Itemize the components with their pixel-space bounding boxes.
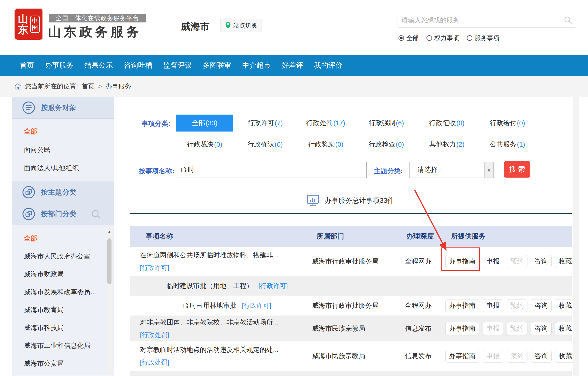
breadcrumb-separator: > <box>98 83 102 90</box>
service-button-办事指南[interactable]: 办事指南 <box>445 350 479 363</box>
header-search-box <box>398 13 576 28</box>
item-name-link[interactable]: 临时占用林地审批 <box>183 301 236 310</box>
site-switch-button[interactable]: 站点切换 <box>220 19 262 32</box>
item-category-tag[interactable]: [行政处罚] <box>140 331 169 339</box>
nav-item-中介超市[interactable]: 中介超市 <box>237 61 276 70</box>
department-item-威海市财政局[interactable]: 威海市财政局 <box>12 265 114 283</box>
category-行政给付[interactable]: 行政给付(0) <box>477 115 538 132</box>
category-count: (0) <box>517 119 525 127</box>
department-item-威海市工业和信息化局[interactable]: 威海市工业和信息化局 <box>12 337 114 355</box>
service-button-预约: 预约 <box>507 322 527 335</box>
service-button-咨询[interactable]: 咨询 <box>531 255 552 268</box>
category-全部[interactable]: 全部(33) <box>176 115 233 132</box>
department-item-威海市人民政府办公室[interactable]: 威海市人民政府办公室 <box>12 248 114 265</box>
service-button-办事指南[interactable]: 办事指南 <box>445 322 479 335</box>
category-label: 行政征收 <box>429 118 456 128</box>
department-item-威海市科技局[interactable]: 威海市科技局 <box>12 319 114 337</box>
category-label: 行政强制 <box>369 118 395 128</box>
item-service-buttons: 办事指南申报预约咨询收藏 <box>445 296 576 315</box>
sidebar-section-title: 按部门分类 <box>41 209 76 219</box>
service-button-办事指南[interactable]: 办事指南 <box>445 299 479 312</box>
search-icon[interactable] <box>564 16 572 24</box>
category-label: 行政处罚 <box>306 118 333 128</box>
item-category-tag[interactable]: [行政处罚] <box>140 358 169 367</box>
department-item-威海市教育局[interactable]: 威海市教育局 <box>12 301 114 319</box>
item-category-tag[interactable]: [行政许可] <box>140 263 169 272</box>
scrollbar-thumb[interactable] <box>107 238 111 284</box>
category-label: 行政检查 <box>369 140 395 149</box>
sidebar-item-面向法人/其他组织[interactable]: 面向法人/其他组织 <box>12 159 114 177</box>
item-category-tag[interactable]: [行政许可] <box>259 282 288 290</box>
table-row: 在街道两侧和公共场所临时堆放物料、搭建非...[行政许可]威海市行政审批服务局全… <box>130 247 572 276</box>
nav-item-我的评价[interactable]: 我的评价 <box>309 61 348 70</box>
sidebar-item-全部[interactable]: 全部 <box>12 122 114 141</box>
sidebar-item-面向公民[interactable]: 面向公民 <box>12 141 114 159</box>
nav-item-好差评[interactable]: 好差评 <box>276 61 309 70</box>
nav-item-办事服务[interactable]: 办事服务 <box>39 61 79 70</box>
department-item-威海市公安局[interactable]: 威海市公安局 <box>12 355 114 373</box>
department-item-威海市发展和改革委员...[interactable]: 威海市发展和改革委员... <box>12 283 114 301</box>
nav-item-多图联审[interactable]: 多图联审 <box>197 61 237 70</box>
department-item-全部[interactable]: 全部 <box>12 230 114 248</box>
item-depth: 信息发布 <box>405 341 432 371</box>
page-scrollbar[interactable] <box>573 97 579 376</box>
header-search-input[interactable] <box>402 17 564 24</box>
nav-item-咨询吐槽[interactable]: 咨询吐槽 <box>118 61 158 70</box>
nav-item-监督评议[interactable]: 监督评议 <box>158 61 197 70</box>
topic-select-value: --请选择-- <box>410 165 484 174</box>
category-count: (17) <box>333 119 345 127</box>
item-depth: 信息发布 <box>405 315 432 341</box>
sidebar-section-topic[interactable]: 按主题分类 <box>12 181 114 203</box>
search-scope-服务事项[interactable]: 服务事项 <box>467 34 500 42</box>
nav-item-结果公示[interactable]: 结果公示 <box>79 61 118 70</box>
category-count: (6) <box>396 119 404 127</box>
category-行政确认[interactable]: 行政确认(0) <box>235 136 295 153</box>
platform-tagline: 全国一体化在线政务服务平台 <box>49 14 146 22</box>
item-name-link[interactable]: 临时建设审批（用地、工程） <box>167 281 253 291</box>
category-行政征收[interactable]: 行政征收(0) <box>417 115 477 132</box>
breadcrumb-home-link[interactable]: 首页 <box>82 82 95 91</box>
category-其他权力[interactable]: 其他权力(2) <box>417 136 477 153</box>
service-button-申报[interactable]: 申报 <box>483 255 503 268</box>
china-shandong-seal-logo: 山东 中国 <box>15 9 43 40</box>
service-button-咨询[interactable]: 咨询 <box>531 299 552 312</box>
service-button-办事指南[interactable]: 办事指南 <box>445 255 479 268</box>
category-label: 行政给付 <box>490 118 516 128</box>
results-table: 事项名称 所属部门 办理深度 所提供服务 在街道两侧和公共场所临时堆放物料、搭建… <box>130 226 572 376</box>
service-button-咨询[interactable]: 咨询 <box>531 322 552 335</box>
search-submit-button[interactable]: 搜 索 <box>504 161 530 178</box>
department-scrollbar[interactable]: ▲ <box>107 228 112 373</box>
item-name-link[interactable]: 在街道两侧和公共场所临时堆放物料、搭建非... <box>140 251 314 260</box>
sidebar-section-department[interactable]: 按部门分类 <box>12 203 114 225</box>
search-scope-权力事项[interactable]: 权力事项 <box>426 34 459 42</box>
service-button-咨询[interactable]: 咨询 <box>531 350 552 363</box>
seal-left-text: 山东 <box>18 14 28 35</box>
department-search-icon[interactable] <box>91 209 101 220</box>
item-name-input[interactable] <box>177 162 367 178</box>
category-行政强制[interactable]: 行政强制(6) <box>356 115 417 132</box>
page: 山东 中国 全国一体化在线政务服务平台 山东政务服务 威海市 站点切换 全部权力… <box>0 0 588 376</box>
service-button-申报[interactable]: 申报 <box>483 299 503 312</box>
item-service-buttons: 办事指南申报预约咨询收藏 <box>445 341 576 371</box>
nav-item-首页[interactable]: 首页 <box>14 61 39 70</box>
service-button-预约: 预约 <box>507 255 527 268</box>
item-category-tag[interactable]: [行政许可] <box>242 301 271 310</box>
category-行政处罚[interactable]: 行政处罚(17) <box>295 115 356 132</box>
item-name-link[interactable]: 对宗教临时活动地点的活动违反相关规定的处... <box>140 345 314 355</box>
table-header: 事项名称 所属部门 办理深度 所提供服务 <box>130 226 572 247</box>
category-行政奖励[interactable]: 行政奖励(0) <box>295 136 356 153</box>
scroll-up-icon[interactable]: ▲ <box>107 228 112 235</box>
item-name-link[interactable]: 对非宗教团体、非宗教院校、非宗教活动场所... <box>140 318 314 327</box>
category-label: 行政许可 <box>248 118 274 128</box>
breadcrumb-current[interactable]: 办事服务 <box>106 82 131 91</box>
topic-select[interactable]: --请选择-- ∨ <box>409 162 494 178</box>
sidebar-section-service-target[interactable]: 按服务对象 <box>12 97 114 119</box>
category-行政检查[interactable]: 行政检查(0) <box>356 136 417 153</box>
location-pin-icon <box>225 22 231 29</box>
category-行政裁决[interactable]: 行政裁决(0) <box>174 136 235 153</box>
category-行政许可[interactable]: 行政许可(7) <box>235 115 295 132</box>
category-公共服务[interactable]: 公共服务(1) <box>477 136 538 153</box>
category-label: 全部 <box>192 118 205 128</box>
category-count: (0) <box>275 141 283 148</box>
search-scope-全部[interactable]: 全部 <box>399 34 419 42</box>
